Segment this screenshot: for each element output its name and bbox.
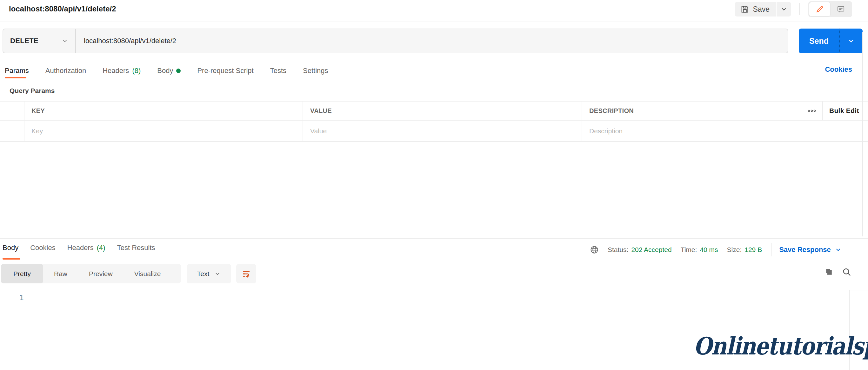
response-view-switcher: Pretty Raw Preview Visualize [1, 264, 181, 283]
save-icon [740, 5, 749, 14]
save-response-label: Save Response [779, 246, 831, 254]
bulk-edit-button[interactable]: Bulk Edit [822, 102, 868, 121]
response-tab-headers-label: Headers [67, 244, 94, 252]
response-active-tab-underline [3, 258, 20, 260]
tab-params-label: Params [5, 67, 29, 75]
tab-tests[interactable]: Tests [270, 67, 286, 75]
tab-body[interactable]: Body [157, 67, 181, 75]
request-tabs: Params Authorization Headers (8) Body Pr… [5, 63, 328, 79]
documentation-comments-toggle [808, 1, 852, 17]
tab-settings-label: Settings [303, 67, 328, 75]
url-bar: DELETE [3, 29, 788, 53]
send-button-label: Send [799, 29, 840, 53]
tab-tests-label: Tests [270, 67, 286, 75]
save-button[interactable]: Save [735, 2, 776, 16]
row-handle-cell [0, 121, 24, 142]
method-label: DELETE [10, 37, 38, 45]
param-key-cell [24, 121, 303, 142]
send-button[interactable]: Send [799, 29, 863, 53]
edit-pencil-icon [816, 5, 824, 13]
chevron-down-icon [780, 6, 787, 13]
view-raw-button[interactable]: Raw [43, 264, 78, 283]
response-actions [824, 267, 852, 277]
save-options-button[interactable] [777, 2, 791, 16]
column-header-value: VALUE [303, 102, 582, 121]
query-params-heading: Query Params [9, 87, 55, 95]
save-response-button[interactable]: Save Response [779, 246, 842, 254]
search-icon [842, 267, 851, 277]
param-value-input[interactable] [310, 127, 568, 135]
page-title: localhost:8080/api/v1/delete/2 [9, 4, 116, 13]
search-response-button[interactable] [841, 267, 852, 277]
send-options-chevron[interactable] [840, 29, 863, 53]
tab-settings[interactable]: Settings [303, 67, 328, 75]
topbar-actions: Save [735, 1, 852, 17]
response-format-selector[interactable]: Text [187, 264, 231, 283]
pane-resize-divider[interactable] [0, 238, 868, 239]
tab-prerequest-label: Pre-request Script [197, 67, 253, 75]
param-key-input[interactable] [31, 127, 289, 135]
wrap-lines-button[interactable] [236, 264, 256, 283]
response-tabs: Body Cookies Headers (4) Test Results [3, 244, 155, 253]
response-tab-headers[interactable]: Headers (4) [67, 244, 105, 253]
save-button-label: Save [753, 5, 770, 14]
chevron-down-icon [61, 37, 68, 44]
request-pane-scrollbar[interactable] [862, 32, 863, 236]
param-description-input[interactable] [589, 127, 854, 135]
tab-params[interactable]: Params [5, 67, 29, 75]
request-builder-row: DELETE Send [0, 29, 868, 53]
response-tab-test-results[interactable]: Test Results [117, 244, 155, 253]
tab-body-label: Body [157, 67, 173, 75]
body-present-dot-icon [176, 69, 181, 73]
status-badge: Status: 202 Accepted [608, 246, 672, 254]
row-handle-header-cell [0, 102, 24, 121]
response-meta-bar: Status: 202 Accepted Time: 40 ms Size: 1… [590, 243, 842, 257]
comments-button[interactable] [830, 2, 851, 16]
param-value-cell [303, 121, 582, 142]
size-label: Size: [727, 246, 742, 254]
tab-authorization-label: Authorization [45, 67, 86, 75]
tab-prerequest-script[interactable]: Pre-request Script [197, 67, 253, 75]
headers-count-badge: (8) [132, 67, 141, 75]
size-badge: Size: 129 B [727, 246, 762, 254]
watermark-text: Onlinetutorialspoint [694, 332, 852, 361]
view-pretty-button[interactable]: Pretty [1, 264, 43, 283]
view-visualize-button[interactable]: Visualize [124, 264, 172, 283]
tab-authorization[interactable]: Authorization [45, 67, 86, 75]
comment-icon [837, 5, 845, 14]
column-options-button[interactable] [801, 102, 822, 121]
globe-icon[interactable] [590, 245, 599, 254]
active-tab-underline [5, 77, 26, 78]
response-format-label: Text [197, 270, 210, 278]
time-badge: Time: 40 ms [681, 246, 718, 254]
chevron-down-icon [214, 271, 221, 277]
more-options-icon [808, 109, 816, 112]
column-header-description: DESCRIPTION [582, 102, 801, 121]
cookies-link[interactable]: Cookies [825, 65, 852, 74]
tab-headers-label: Headers [102, 67, 129, 75]
view-preview-button[interactable]: Preview [78, 264, 124, 283]
meta-divider [771, 243, 772, 257]
time-value: 40 ms [700, 246, 718, 254]
param-description-cell [582, 121, 868, 142]
editor-scrollbar-track-top [849, 290, 868, 290]
response-tab-body-label: Body [3, 244, 19, 252]
request-title-bar: localhost:8080/api/v1/delete/2 Save [0, 0, 868, 22]
tab-headers[interactable]: Headers (8) [102, 67, 141, 75]
status-value: 202 Accepted [631, 246, 672, 254]
time-label: Time: [681, 246, 697, 254]
response-tab-body[interactable]: Body [3, 244, 19, 253]
copy-icon [824, 267, 834, 277]
url-input[interactable] [76, 29, 788, 53]
method-selector[interactable]: DELETE [3, 29, 76, 53]
wrap-text-icon [242, 269, 251, 279]
status-label: Status: [608, 246, 628, 254]
size-value: 129 B [744, 246, 762, 254]
response-tab-cookies[interactable]: Cookies [30, 244, 55, 253]
response-tab-cookies-label: Cookies [30, 244, 55, 252]
copy-response-button[interactable] [824, 267, 834, 277]
topbar-divider [799, 3, 800, 15]
response-tab-test-results-label: Test Results [117, 244, 155, 252]
edit-documentation-button[interactable] [809, 2, 830, 16]
response-headers-count-badge: (4) [97, 244, 105, 252]
